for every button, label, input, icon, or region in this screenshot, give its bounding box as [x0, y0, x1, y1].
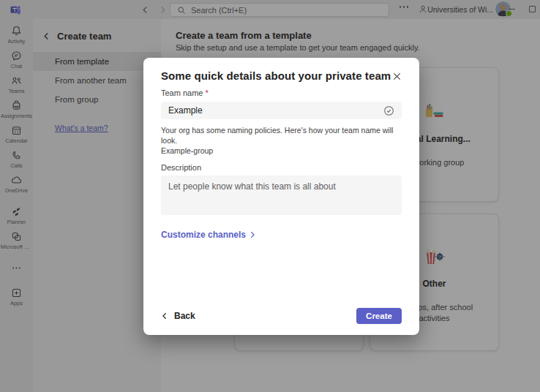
required-marker: * — [206, 88, 209, 97]
dialog-footer: Back Create — [161, 308, 402, 324]
team-name-field-wrap — [161, 102, 402, 119]
team-name-input[interactable] — [168, 105, 383, 116]
chevron-right-icon — [249, 231, 256, 238]
dialog-title: Some quick details about your private te… — [161, 69, 402, 82]
customize-channels-link[interactable]: Customize channels — [161, 230, 256, 240]
check-circle-icon — [383, 105, 394, 116]
team-name-label: Team name * — [161, 88, 402, 97]
description-input[interactable] — [161, 176, 402, 215]
back-button[interactable]: Back — [161, 311, 195, 321]
chevron-left-icon — [161, 312, 168, 320]
naming-policy-helper: Your org has some naming policies. Here'… — [161, 125, 402, 157]
close-icon[interactable] — [389, 68, 405, 84]
team-details-dialog: Some quick details about your private te… — [143, 58, 419, 335]
teams-app-window: Search (Ctrl+E) Universities of Wi... Ac… — [0, 0, 540, 392]
description-label: Description — [161, 163, 402, 172]
create-button[interactable]: Create — [356, 308, 402, 324]
